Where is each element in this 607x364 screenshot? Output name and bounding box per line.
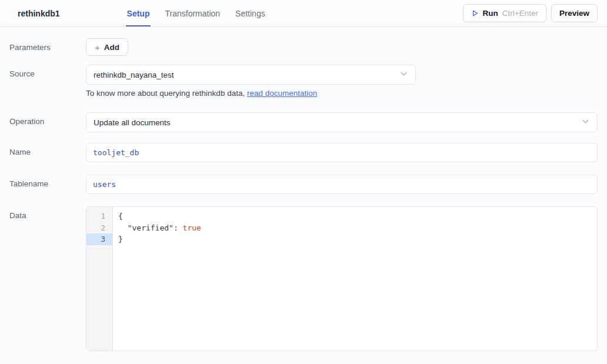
source-label: Source	[9, 65, 86, 98]
source-row: Source rethinkdb_nayana_test To know mor…	[9, 65, 598, 98]
code-token-boolean: true	[183, 223, 201, 232]
name-input-value: tooljet_db	[93, 148, 139, 157]
tablename-input-value: users	[93, 180, 116, 189]
name-label: Name	[9, 143, 86, 162]
line-number: 1	[86, 211, 112, 222]
line-number-active: 3	[86, 233, 112, 245]
query-editor-header: rethinkdb1 Setup Transformation Settings…	[0, 0, 607, 27]
tablename-row: Tablename users	[9, 175, 598, 194]
editor-gutter: 1 2 3	[86, 207, 113, 350]
chevron-down-icon	[581, 117, 590, 128]
code-token-key: "verified"	[118, 223, 174, 232]
editor-code-area[interactable]: { "verified": true }	[113, 207, 597, 350]
query-setup-panel: Parameters + Add Source rethinkdb_nayana…	[0, 27, 607, 351]
name-input[interactable]: tooljet_db	[86, 143, 598, 162]
run-button-label: Run	[483, 9, 498, 18]
add-parameter-button[interactable]: + Add	[86, 38, 128, 56]
source-select-value: rethinkdb_nayana_test	[94, 71, 174, 79]
tab-settings[interactable]: Settings	[234, 0, 266, 26]
add-parameter-label: Add	[104, 43, 119, 52]
source-select[interactable]: rethinkdb_nayana_test	[86, 65, 416, 85]
header-actions: Run Ctrl+Enter Preview	[463, 4, 598, 22]
parameters-row: Parameters + Add	[9, 38, 598, 56]
query-tabs: Setup Transformation Settings	[126, 0, 266, 26]
preview-button[interactable]: Preview	[551, 4, 598, 22]
run-button[interactable]: Run Ctrl+Enter	[463, 4, 546, 22]
chevron-down-icon	[399, 69, 408, 80]
code-line: "verified": true	[118, 222, 597, 234]
data-code-editor[interactable]: 1 2 3 { "verified": true }	[86, 206, 598, 351]
code-token-brace: {	[118, 212, 123, 221]
code-token-separator: :	[174, 223, 183, 232]
run-shortcut-hint: Ctrl+Enter	[502, 9, 538, 18]
tablename-label: Tablename	[9, 175, 86, 194]
line-number: 2	[86, 222, 112, 234]
code-line: }	[118, 233, 597, 245]
plus-icon: +	[95, 43, 100, 52]
source-helper-prefix: To know more about querying rethinkdb da…	[86, 89, 247, 98]
code-line: {	[118, 211, 597, 222]
data-row: Data 1 2 3 { "verified": true }	[9, 206, 598, 351]
parameters-label: Parameters	[9, 38, 86, 56]
code-token-brace: }	[118, 235, 123, 243]
preview-button-label: Preview	[559, 9, 589, 18]
data-label: Data	[9, 206, 86, 351]
tab-transformation[interactable]: Transformation	[164, 0, 221, 26]
source-helper-text: To know more about querying rethinkdb da…	[86, 89, 598, 98]
operation-select-value: Update all documents	[94, 118, 171, 127]
read-documentation-link[interactable]: read documentation	[247, 89, 317, 98]
operation-row: Operation Update all documents	[9, 112, 598, 132]
tablename-input[interactable]: users	[86, 175, 598, 194]
operation-select[interactable]: Update all documents	[86, 112, 598, 132]
tab-setup[interactable]: Setup	[126, 0, 151, 26]
play-icon	[471, 9, 479, 17]
operation-label: Operation	[9, 112, 86, 132]
query-name: rethinkdb1	[18, 9, 60, 18]
name-row: Name tooljet_db	[9, 143, 598, 162]
